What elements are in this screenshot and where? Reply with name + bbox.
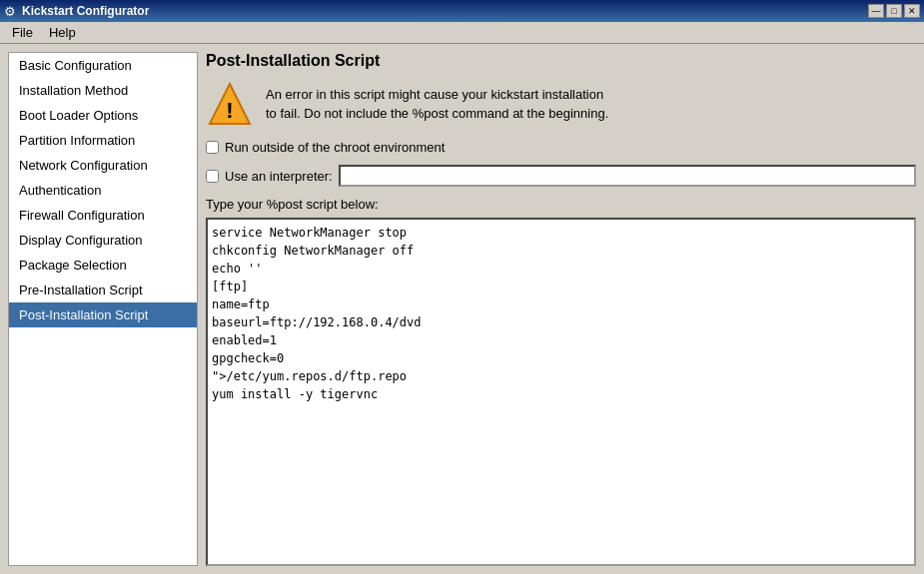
menu-help[interactable]: Help	[41, 23, 84, 42]
window-controls: — □ ✕	[868, 4, 920, 18]
sidebar-item-partition-info[interactable]: Partition Information	[9, 128, 197, 153]
interpreter-checkbox[interactable]	[206, 170, 219, 183]
chroot-checkbox-row: Run outside of the chroot environment	[206, 140, 916, 155]
sidebar-item-pre-install[interactable]: Pre-Installation Script	[9, 278, 197, 302]
menu-bar: File Help	[0, 22, 924, 44]
content-area: Post-Installation Script ! An error in t…	[206, 52, 916, 566]
interpreter-label: Use an interpreter:	[225, 169, 333, 184]
sidebar-item-package-selection[interactable]: Package Selection	[9, 253, 197, 278]
script-label: Type your %post script below:	[206, 197, 916, 212]
app-icon: ⚙	[4, 4, 16, 19]
sidebar: Basic Configuration Installation Method …	[8, 52, 198, 566]
chroot-checkbox[interactable]	[206, 141, 219, 154]
maximize-button[interactable]: □	[886, 4, 902, 18]
warning-text: An error in this script might cause your…	[266, 85, 608, 124]
warning-box: ! An error in this script might cause yo…	[206, 80, 916, 128]
page-title: Post-Installation Script	[206, 52, 916, 70]
script-textarea[interactable]: service NetworkManager stop chkconfig Ne…	[206, 218, 916, 566]
warning-icon: !	[206, 80, 254, 128]
menu-file[interactable]: File	[4, 23, 41, 42]
close-button[interactable]: ✕	[904, 4, 920, 18]
sidebar-item-authentication[interactable]: Authentication	[9, 178, 197, 203]
title-bar: ⚙ Kickstart Configurator — □ ✕	[0, 0, 924, 22]
interpreter-input[interactable]	[339, 165, 916, 187]
sidebar-item-display-config[interactable]: Display Configuration	[9, 228, 197, 253]
sidebar-item-firewall-config[interactable]: Firewall Configuration	[9, 203, 197, 228]
sidebar-item-installation-method[interactable]: Installation Method	[9, 78, 197, 103]
sidebar-item-basic-config[interactable]: Basic Configuration	[9, 53, 197, 78]
minimize-button[interactable]: —	[868, 4, 884, 18]
sidebar-item-post-install[interactable]: Post-Installation Script	[9, 302, 197, 327]
interpreter-row: Use an interpreter:	[206, 165, 916, 187]
main-container: Basic Configuration Installation Method …	[0, 44, 924, 574]
chroot-label: Run outside of the chroot environment	[225, 140, 445, 155]
app-title: Kickstart Configurator	[22, 4, 149, 18]
svg-text:!: !	[226, 98, 233, 123]
sidebar-item-network-config[interactable]: Network Configuration	[9, 153, 197, 178]
sidebar-item-boot-loader[interactable]: Boot Loader Options	[9, 103, 197, 128]
